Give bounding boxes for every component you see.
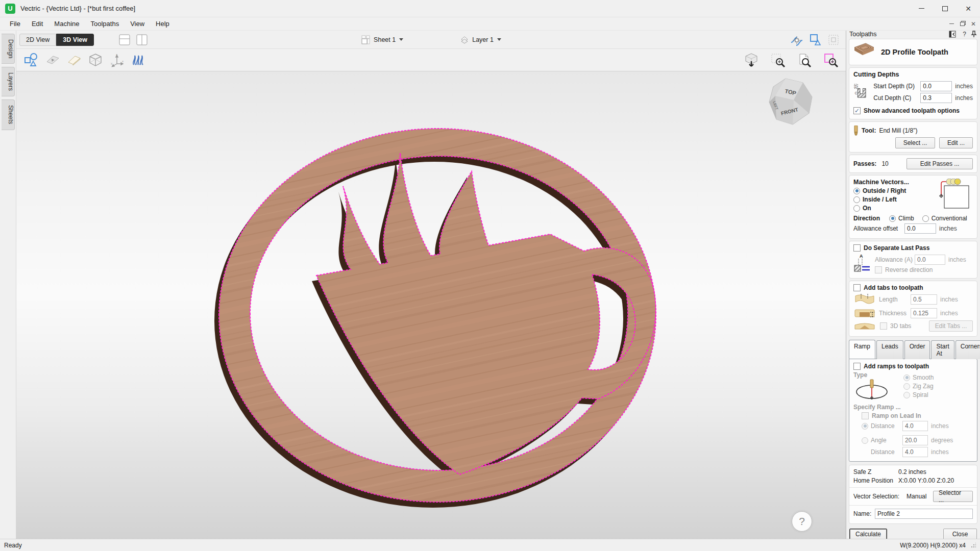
tab-thickness-icon xyxy=(853,308,876,319)
zoom-selection-icon[interactable] xyxy=(820,51,842,69)
tool-label: Tool: xyxy=(862,127,876,134)
selector-button[interactable]: Selector ... xyxy=(933,491,973,502)
split-horizontal-icon[interactable] xyxy=(117,33,132,47)
tab-leads[interactable]: Leads xyxy=(876,340,903,359)
ramp-distance-input[interactable] xyxy=(902,421,928,431)
radio-on[interactable] xyxy=(853,205,860,212)
wireframe-cube-icon[interactable] xyxy=(85,51,106,69)
radio-conventional[interactable] xyxy=(922,215,929,222)
close-panel-button[interactable]: Close xyxy=(943,529,977,539)
minimize-button[interactable] xyxy=(910,0,933,17)
ramp-distance2-input[interactable] xyxy=(902,447,928,457)
last-pass-label: Do Separate Last Pass xyxy=(864,244,929,252)
allowance-offset-input[interactable] xyxy=(904,223,936,234)
svg-text:D: D xyxy=(855,85,857,88)
zoom-page-icon[interactable] xyxy=(794,51,815,69)
last-pass-checkbox[interactable] xyxy=(853,244,861,252)
close-icon: ✕ xyxy=(965,5,971,12)
radio-zigzag[interactable] xyxy=(903,383,910,390)
layer-selector[interactable]: Layer 1 xyxy=(459,35,501,45)
start-depth-label: Start Depth (D) xyxy=(873,83,920,90)
menu-view[interactable]: View xyxy=(125,18,150,30)
help-button[interactable]: ? xyxy=(792,511,812,532)
tab-start-at[interactable]: Start At xyxy=(931,340,954,359)
add-tabs-label: Add tabs to toolpath xyxy=(864,284,923,291)
resize-grip-icon[interactable] xyxy=(971,543,976,548)
tab-order[interactable]: Order xyxy=(904,340,930,359)
tab-length-icon xyxy=(853,293,876,306)
passes-value: 10 xyxy=(881,160,888,167)
cut-depth-input[interactable] xyxy=(920,93,952,103)
toolpath-waves-icon[interactable] xyxy=(128,51,149,69)
mdi-minimize-icon[interactable] xyxy=(949,23,954,24)
app-logo-icon: U xyxy=(5,4,15,14)
collapse-panel-icon[interactable] xyxy=(949,31,958,38)
start-depth-input[interactable] xyxy=(920,81,952,91)
xyz-axes-icon[interactable]: zxy xyxy=(106,51,128,69)
radio-ramp-angle[interactable] xyxy=(862,437,868,444)
maximize-button[interactable] xyxy=(933,0,957,17)
menu-help[interactable]: Help xyxy=(150,18,175,30)
ramp-lead-in-checkbox[interactable] xyxy=(862,412,869,419)
pin-icon[interactable] xyxy=(971,31,977,38)
radio-smooth[interactable] xyxy=(903,374,910,381)
menu-file[interactable]: File xyxy=(4,18,26,30)
shapes-2d-icon[interactable] xyxy=(20,51,42,69)
view-orientation-cube[interactable]: TOP FRONT LEFT xyxy=(766,77,817,128)
sidebar-tab-layers[interactable]: Layers xyxy=(2,67,15,96)
panel-help-icon[interactable]: ? xyxy=(963,31,966,38)
status-text: Ready xyxy=(4,542,22,549)
chevron-down-icon xyxy=(497,38,501,41)
calculate-button[interactable]: Calculate xyxy=(849,529,887,539)
radio-outside-right[interactable] xyxy=(853,188,860,194)
mdi-close-icon[interactable]: ✕ xyxy=(971,21,976,27)
cut-depth-label: Cut Depth (C) xyxy=(873,94,920,102)
tabs-3d-checkbox[interactable] xyxy=(880,322,887,330)
sidebar-tab-design[interactable]: Design xyxy=(2,34,15,64)
tool-select-button[interactable]: Select ... xyxy=(895,137,935,148)
home-position-label: Home Position xyxy=(853,477,898,484)
split-vertical-icon[interactable] xyxy=(135,33,149,47)
menu-toolpaths[interactable]: Toolpaths xyxy=(85,18,125,30)
radio-spiral[interactable] xyxy=(903,392,910,398)
edit-tabs-button[interactable]: Edit Tabs ... xyxy=(929,320,973,332)
snap-grid-icon[interactable] xyxy=(826,33,841,47)
svg-text:y: y xyxy=(111,62,112,65)
tab-2d-view[interactable]: 2D View xyxy=(19,34,56,46)
material-block-icon[interactable] xyxy=(63,51,85,69)
close-button[interactable]: ✕ xyxy=(957,0,980,17)
menu-machine[interactable]: Machine xyxy=(48,18,85,30)
tab-3d-view[interactable]: 3D View xyxy=(56,34,94,46)
radio-climb[interactable] xyxy=(889,215,896,222)
snap-geometry-icon[interactable] xyxy=(790,33,804,47)
add-ramps-checkbox[interactable] xyxy=(853,363,861,370)
sheet-selector[interactable]: Sheet 1 xyxy=(361,35,403,45)
reverse-direction-checkbox[interactable] xyxy=(875,266,882,273)
iso-view-icon[interactable] xyxy=(741,51,762,69)
mdi-restore-icon[interactable] xyxy=(960,22,965,26)
tab-ramp[interactable]: Ramp xyxy=(849,340,875,359)
edit-passes-button[interactable]: Edit Passes ... xyxy=(906,158,973,169)
coaster-model[interactable] xyxy=(16,71,846,539)
toolpath-name-input[interactable] xyxy=(875,509,973,519)
snap-shapes-icon[interactable] xyxy=(808,33,822,47)
menu-edit[interactable]: Edit xyxy=(26,18,48,30)
sidebar-tab-sheets[interactable]: Sheets xyxy=(2,99,15,130)
cutting-depths-card: Cutting Depths D C Start Depth (D) inche… xyxy=(849,67,977,119)
tab-thickness-input[interactable] xyxy=(911,308,937,318)
specify-ramp-label: Specify Ramp ... xyxy=(853,404,973,411)
radio-inside-left[interactable] xyxy=(853,196,860,203)
add-tabs-checkbox[interactable] xyxy=(853,284,861,291)
ramp-angle-input[interactable] xyxy=(902,435,928,445)
last-pass-icon: A xyxy=(853,253,871,274)
tab-corners[interactable]: Corners xyxy=(955,340,980,359)
cutting-depths-title: Cutting Depths xyxy=(853,71,973,78)
radio-ramp-distance[interactable] xyxy=(862,423,868,430)
advanced-options-checkbox[interactable]: ✓ xyxy=(853,107,861,114)
3d-view-canvas[interactable]: TOP FRONT LEFT ? xyxy=(16,71,846,539)
tab-length-input[interactable] xyxy=(911,294,937,305)
material-preview-icon[interactable] xyxy=(42,51,63,69)
last-pass-allowance-input[interactable] xyxy=(915,255,945,265)
tool-edit-button[interactable]: Edit ... xyxy=(939,137,973,148)
zoom-box-icon[interactable] xyxy=(767,51,789,69)
